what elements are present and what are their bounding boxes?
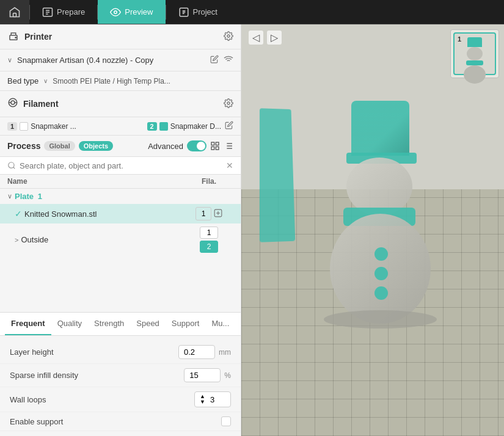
snowman-btn-2 [374, 267, 388, 280]
svg-rect-0 [13, 13, 16, 16]
enable-support-value [221, 416, 231, 426]
svg-point-6 [227, 35, 230, 37]
svg-rect-16 [216, 147, 219, 150]
outside-fila-1-box[interactable]: 1 [200, 227, 218, 239]
nav-prepare[interactable]: Prepare [30, 0, 97, 24]
enable-support-checkbox[interactable] [221, 416, 231, 426]
advanced-label: Advanced [148, 142, 183, 151]
printer-wifi-button[interactable] [224, 54, 233, 66]
layer-height-unit: mm [219, 348, 231, 357]
layer-height-value: mm [178, 345, 231, 359]
sparse-infill-input[interactable] [184, 368, 221, 382]
home-icon [9, 6, 21, 18]
search-bar: ✕ [0, 157, 241, 175]
outside-expand-arrow: > [15, 236, 18, 244]
plate-row[interactable]: ∨ Plate 1 [0, 189, 241, 204]
scarf-object [260, 108, 295, 242]
tab-speed[interactable]: Speed [130, 313, 166, 335]
outside-row[interactable]: > Outside 1 2 [0, 223, 241, 256]
plate-label: Plate 1 [15, 192, 233, 201]
printer-icon [7, 31, 20, 43]
tree-items: ∨ Plate 1 ✓ Knitted Snowman.stl 1 [0, 189, 241, 312]
viewport: ◁ ▷ 1 [241, 24, 504, 436]
printer-edit-button[interactable] [210, 54, 219, 66]
sparse-infill-label: Sparse infill density [10, 371, 184, 380]
snowman-base [324, 310, 437, 329]
filament-title: Filament [23, 99, 219, 109]
filament-section-header: Filament [0, 91, 241, 117]
enable-support-row: Enable support [0, 412, 241, 431]
svg-point-9 [11, 101, 15, 104]
slot-2-num: 2 [147, 122, 157, 131]
snowman-fila-icon[interactable] [214, 209, 222, 219]
svg-rect-15 [211, 147, 214, 150]
advanced-toggle: Advanced [148, 140, 233, 151]
nav-project-label: Project [193, 7, 217, 16]
printer-title: Printer [24, 32, 52, 42]
snowman-btn-1 [374, 247, 388, 261]
snowman-fila: 1 [184, 207, 233, 220]
left-panel: Printer ∨ Snapmaker Artisan (0.4 nozzle)… [0, 24, 241, 436]
tab-bar: Frequent Quality Strength Speed Support … [0, 313, 241, 336]
table-header: Name Fila. [0, 175, 241, 189]
slot-1-num: 1 [7, 122, 17, 131]
svg-point-5 [15, 37, 16, 38]
slot-1-color [20, 122, 28, 131]
filament-items-row: 1 Snapmaker ... 2 Snapmaker D... [0, 117, 241, 136]
svg-point-23 [9, 162, 14, 168]
slot-2-edit-button[interactable] [225, 121, 233, 131]
snowman-head [346, 158, 412, 216]
bed-type-row[interactable]: Bed type ∨ Smooth PEI Plate / High Temp … [0, 71, 241, 91]
project-icon [178, 7, 189, 18]
layer-height-row: Layer height mm [0, 341, 241, 364]
tab-quality[interactable]: Quality [51, 313, 88, 335]
outside-fila-2-box[interactable]: 2 [200, 241, 218, 253]
scene-3d [241, 24, 504, 436]
slot-2-name: Snapmaker D... [170, 122, 221, 131]
tab-strength[interactable]: Strength [88, 313, 130, 335]
search-input[interactable] [20, 161, 222, 170]
sparse-infill-row: Sparse infill density % [0, 364, 241, 387]
printer-section-header: Printer [0, 24, 241, 49]
col-name-header: Name [7, 177, 184, 186]
layer-height-input[interactable] [178, 345, 215, 359]
slot-2-color [159, 122, 168, 131]
process-title: Process [7, 141, 40, 151]
grid-icon [210, 141, 220, 151]
filament-settings-icon[interactable] [224, 98, 233, 110]
tab-support[interactable]: Support [166, 313, 206, 335]
tab-frequent[interactable]: Frequent [5, 313, 51, 335]
nav-prepare-label: Prepare [57, 7, 85, 16]
snowman-check-icon: ✓ [15, 209, 22, 219]
svg-point-2 [114, 10, 117, 13]
outside-fila-stack: 1 2 [200, 227, 218, 253]
knitted-snowman-row[interactable]: ✓ Knitted Snowman.stl 1 [0, 204, 241, 223]
advanced-toggle-switch[interactable] [187, 140, 206, 151]
wall-loops-val: 3 [210, 395, 214, 404]
search-clear-icon[interactable]: ✕ [226, 161, 233, 170]
printer-name: Snapmaker Artisan (0.4 nozzle) - Copy [17, 56, 206, 65]
search-icon [7, 161, 16, 170]
sparse-infill-value: % [184, 368, 231, 382]
nav-preview[interactable]: Preview [98, 0, 165, 24]
objects-tag[interactable]: Objects [79, 141, 113, 151]
preview-icon [110, 7, 121, 18]
process-section: Process Global Objects Advanced [0, 136, 241, 157]
filament-slot-1: 1 Snapmaker ... [7, 122, 76, 131]
outside-fila: 1 2 [184, 227, 233, 253]
wall-loops-stepper[interactable]: ▲ ▼ 3 [194, 391, 231, 407]
printer-chevron: ∨ [7, 56, 12, 64]
tab-more[interactable]: Mu... [205, 313, 235, 335]
nav-project[interactable]: Project [166, 0, 230, 24]
printer-settings-icon[interactable] [224, 31, 233, 43]
nav-home[interactable] [0, 0, 29, 24]
filament-icon [7, 97, 18, 111]
snowman-fila-1-box[interactable]: 1 [195, 207, 211, 220]
global-tag[interactable]: Global [44, 141, 75, 151]
bed-type-value: Smooth PEI Plate / High Temp Pla... [53, 77, 233, 85]
wall-loops-down-arrow[interactable]: ▼ [200, 399, 205, 405]
outside-name: Outside [21, 235, 184, 244]
bottom-tabs: Frequent Quality Strength Speed Support … [0, 312, 241, 436]
wall-loops-arrows[interactable]: ▲ ▼ [200, 394, 205, 405]
filament-slot-2: 2 Snapmaker D... [147, 122, 222, 131]
